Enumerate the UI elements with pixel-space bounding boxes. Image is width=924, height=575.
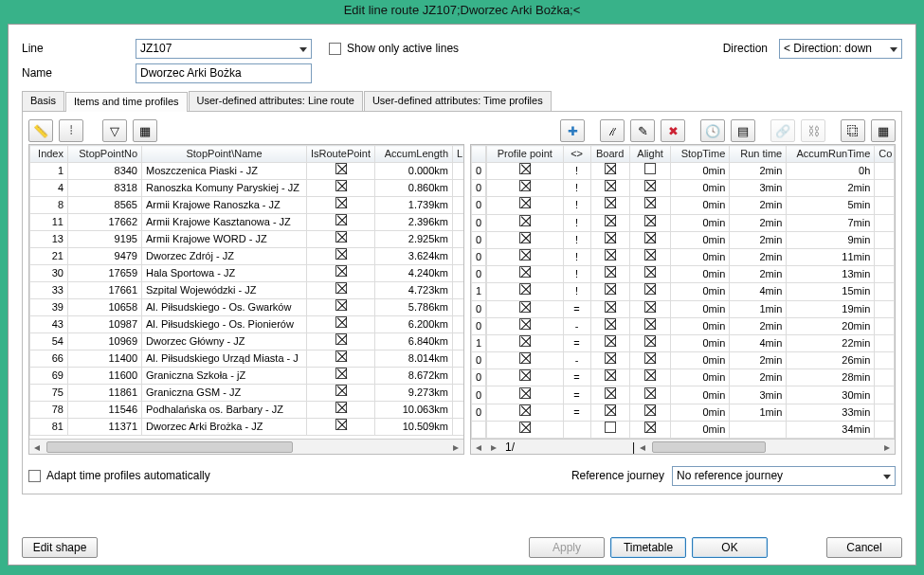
- show-active-label: Show only active lines: [347, 42, 459, 55]
- right-hscroll[interactable]: ◂▸ 1/ | ◂▸: [471, 439, 895, 454]
- col-stopno[interactable]: StopPointNo: [68, 146, 142, 163]
- edit-shape-button[interactable]: Edit shape: [22, 537, 98, 558]
- ok-button[interactable]: OK: [692, 537, 768, 558]
- table-row[interactable]: !0min2min7min: [486, 214, 894, 231]
- col-isroute[interactable]: IsRoutePoint: [307, 146, 375, 163]
- line-label: Line: [22, 42, 136, 55]
- col-sym[interactable]: <>: [563, 146, 590, 163]
- table-row[interactable]: !0min2min9min: [486, 231, 894, 248]
- table-row[interactable]: -0min2min20min: [486, 317, 894, 334]
- table-row[interactable]: !0min2min13min: [486, 266, 894, 283]
- window-title: Edit line route JZ107;Dworzec Arki Bożka…: [0, 0, 924, 21]
- col-accumrun[interactable]: AccumRunTime: [787, 146, 875, 163]
- delete-icon[interactable]: ✖: [661, 119, 685, 142]
- table-row[interactable]: 0min34min: [486, 421, 894, 438]
- col-name[interactable]: StopPoint\Name: [142, 146, 307, 163]
- table-row[interactable]: 219479Dworzec Zdrój - JZ3.624km: [30, 248, 463, 265]
- table-row[interactable]: !0min2min5min: [486, 197, 894, 214]
- select2-icon[interactable]: ▦: [871, 119, 896, 142]
- dialog-panel: Line JZ107 Show only active lines Direct…: [8, 24, 916, 566]
- table-row[interactable]: 3910658Al. Piłsudskiego - Os. Gwarków5.7…: [30, 299, 463, 316]
- table-row[interactable]: !0min2min11min: [486, 248, 894, 265]
- col-co[interactable]: Co: [875, 146, 895, 163]
- ref-journey-combo[interactable]: No reference journey: [672, 466, 896, 486]
- table-row[interactable]: 88565Armii Krajowe Ranoszka - JZ1.739km: [30, 197, 463, 214]
- table-row[interactable]: 139195Armii Krajowe WORD - JZ2.925km: [30, 231, 463, 248]
- table-row[interactable]: -0min2min26min: [486, 352, 894, 369]
- line-combo[interactable]: JZ107: [136, 39, 312, 59]
- col-runtime[interactable]: Run time: [730, 146, 787, 163]
- table-row[interactable]: 8111371Dworzec Arki Brożka - JZ10.509km: [30, 419, 463, 436]
- tab-items[interactable]: Items and time profiles: [65, 92, 188, 112]
- cancel-button[interactable]: Cancel: [826, 537, 902, 558]
- col-board[interactable]: Board: [590, 146, 629, 163]
- direction-combo[interactable]: < Direction: down: [779, 39, 902, 59]
- tab-uda-lineroute[interactable]: User-defined attributes: Line route: [189, 91, 363, 111]
- apply-button[interactable]: Apply: [529, 537, 605, 558]
- copy-icon[interactable]: ⿻: [841, 119, 865, 142]
- tab-uda-timeprofiles[interactable]: User-defined attributes: Time profiles: [364, 91, 552, 111]
- select-icon[interactable]: ▦: [133, 119, 157, 142]
- table-row[interactable]: 6611400Al. Piłsudskiego Urząd Miasta - J…: [30, 350, 463, 368]
- clock-icon[interactable]: 🕓: [700, 119, 725, 142]
- col-icon[interactable]: ⦙: [59, 119, 83, 142]
- table-row[interactable]: =0min1min33min: [486, 404, 894, 421]
- adapt-checkbox[interactable]: [28, 470, 41, 482]
- link2-icon[interactable]: ⛓: [801, 119, 825, 142]
- left-hscroll[interactable]: ◂▸: [29, 439, 463, 454]
- tab-strip: Basis Items and time profiles User-defin…: [22, 91, 902, 112]
- table-row[interactable]: !0min3min2min: [486, 180, 894, 197]
- name-input[interactable]: Dworzec Arki Bożka: [136, 63, 312, 83]
- direction-label: Direction: [723, 42, 768, 55]
- edit-icon[interactable]: ✎: [630, 119, 655, 142]
- ruler-icon[interactable]: 📏: [28, 119, 53, 142]
- name-label: Name: [22, 66, 136, 80]
- col-split-icon[interactable]: ⫽: [600, 119, 625, 142]
- tab-basis[interactable]: Basis: [22, 91, 64, 111]
- tab-body: 📏 ⦙ ▽ ▦ ✚ ⫽ ✎ ✖ 🕓 ▤ 🔗 ⛓ ⿻ ▦: [22, 112, 902, 494]
- table-row[interactable]: 7811546Podhalańska os. Barbary - JZ10.06…: [30, 402, 463, 419]
- table-row[interactable]: !0min2min0h: [486, 163, 894, 180]
- table-row[interactable]: =0min3min30min: [486, 386, 894, 404]
- ref-journey-label: Reference journey: [571, 469, 664, 482]
- table-row[interactable]: =0min1min19min: [486, 300, 894, 317]
- grid-icon[interactable]: ▤: [731, 119, 755, 142]
- adapt-label: Adapt time profiles automatically: [46, 469, 210, 482]
- timetable-button[interactable]: Timetable: [610, 537, 686, 558]
- table-row[interactable]: =0min2min28min: [486, 369, 894, 386]
- table-row[interactable]: 5410969Dworzec Główny - JZ6.840km: [30, 333, 463, 350]
- right-grid[interactable]: 000000010010000 Profile point <> Board A…: [470, 144, 896, 455]
- add-icon[interactable]: ✚: [560, 119, 585, 142]
- col-alight[interactable]: Alight: [629, 146, 670, 163]
- table-row[interactable]: 7511861Graniczna GSM - JZ9.273km: [30, 385, 463, 402]
- col-pp[interactable]: Profile point: [486, 146, 563, 163]
- table-row[interactable]: 3317661Szpital Wojewódzki - JZ4.723km: [30, 282, 463, 299]
- table-row[interactable]: 6911600Graniczna Szkoła - jZ8.672km: [30, 368, 463, 385]
- col-l[interactable]: L: [453, 146, 463, 163]
- table-row[interactable]: 18340Moszczenica Piaski - JZ0.000km: [30, 163, 463, 180]
- profile-pager: 1/: [501, 440, 518, 454]
- col-accum[interactable]: AccumLength: [375, 146, 453, 163]
- table-row[interactable]: 4310987Al. Piłsudskiego - Os. Pionierów6…: [30, 316, 463, 333]
- table-row[interactable]: !0min4min15min: [486, 283, 894, 300]
- table-row[interactable]: =0min4min22min: [486, 334, 894, 351]
- left-grid[interactable]: Index StopPointNo StopPoint\Name IsRoute…: [28, 144, 464, 455]
- table-row[interactable]: 3017659Hala Sportowa - JZ4.240km: [30, 265, 463, 282]
- table-row[interactable]: 1117662Armii Krajowe Kasztanowa - JZ2.39…: [30, 214, 463, 231]
- filter-icon[interactable]: ▽: [102, 119, 127, 142]
- link1-icon[interactable]: 🔗: [770, 119, 795, 142]
- col-index[interactable]: Index: [30, 146, 68, 163]
- show-active-checkbox[interactable]: [329, 43, 341, 55]
- col-stoptime[interactable]: StopTime: [671, 146, 730, 163]
- table-row[interactable]: 48318Ranoszka Komuny Paryskiej - JZ0.860…: [30, 180, 463, 197]
